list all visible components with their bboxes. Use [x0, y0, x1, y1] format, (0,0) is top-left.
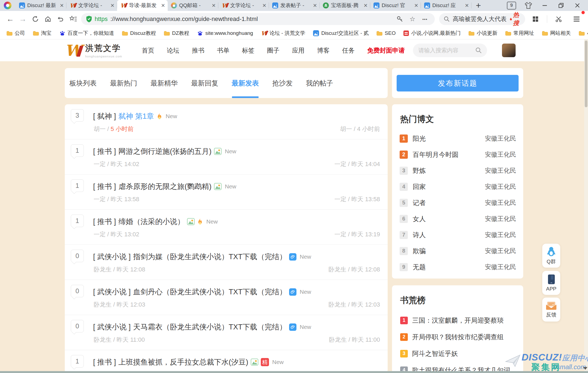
- tab-close-icon[interactable]: ×: [464, 2, 470, 9]
- hot-blog-item[interactable]: 1阳光安徽王化民: [392, 130, 523, 146]
- minimize-button[interactable]: [541, 1, 549, 10]
- thread-author-time[interactable]: 胡一 / 5 小时前: [94, 125, 134, 133]
- hot-blog-item[interactable]: 3野炼安徽王化民: [392, 163, 523, 179]
- password-key-icon[interactable]: [395, 16, 405, 23]
- site-nav-item[interactable]: 首页: [142, 46, 154, 55]
- thread-category[interactable]: [ 推书 ]: [93, 357, 116, 367]
- search-icon[interactable]: [475, 47, 482, 54]
- apps-grid-icon[interactable]: [529, 13, 542, 26]
- hot-blog-item[interactable]: 7诗人安徽王化民: [392, 227, 523, 243]
- bookmark-item[interactable]: 小说相关: [579, 30, 588, 37]
- forum-tab[interactable]: 我的帖子: [306, 68, 333, 98]
- thread-title-link[interactable]: 天马霜衣（卧龙生武侠小说）TXT下载（完结）: [133, 322, 287, 332]
- blog-author[interactable]: 安徽王化民: [485, 182, 516, 191]
- bookmark-item[interactable]: 小说更新: [468, 30, 497, 37]
- site-nav-item[interactable]: 推书: [192, 46, 204, 55]
- thread-title-link[interactable]: 虐杀原形的无限之旅(鹦鹉精): [118, 182, 212, 191]
- bookmark-item[interactable]: W论坛 - 洪荒文学: [261, 30, 305, 37]
- site-nav-item[interactable]: 书单: [217, 46, 229, 55]
- thread-author-time[interactable]: 卧龙生 / 昨天 12:08: [94, 265, 145, 274]
- browser-tab[interactable]: QQ邮箱 -×: [168, 0, 218, 11]
- site-nav-item[interactable]: 博客: [317, 46, 330, 55]
- thread-title-link[interactable]: 缔婚（法采的小说）: [118, 217, 185, 227]
- thread-title-link[interactable]: 上班摸鱼被抓，反手拉女总裁下水(汐豆): [118, 357, 248, 367]
- hot-search-tag[interactable]: 热搜: [509, 11, 521, 27]
- bookmark-item[interactable]: 淘宝: [33, 30, 51, 37]
- blog-author[interactable]: 安徽王化民: [485, 215, 516, 223]
- float-feedback-button[interactable]: 反馈: [542, 298, 560, 322]
- undo-icon[interactable]: [54, 13, 67, 26]
- thread-category[interactable]: [ 推书 ]: [93, 146, 116, 156]
- browser-tab[interactable]: W导读-最新发×: [117, 0, 168, 11]
- site-nav-item[interactable]: 论坛: [167, 46, 179, 55]
- blog-author[interactable]: 安徽王化民: [485, 198, 516, 207]
- site-logo[interactable]: W 洪荒文学 honghuangwenxue.com: [65, 43, 122, 58]
- bookmark-item[interactable]: 网站相关: [542, 30, 571, 37]
- thread-category[interactable]: [ 推书 ]: [93, 182, 116, 191]
- tab-close-icon[interactable]: ×: [363, 2, 369, 9]
- bookmark-item[interactable]: Discuz!交流社区 - 贰: [313, 30, 369, 37]
- book-ranking-item[interactable]: 1三国：汉室麒麟，开局迎娶蔡琰: [392, 312, 523, 329]
- bookmark-item[interactable]: site:www.honghuang: [197, 30, 253, 36]
- thread-author-time[interactable]: 一定 / 昨天 13:58: [94, 195, 139, 203]
- book-ranking-item[interactable]: 3阿斗之智近乎妖: [392, 345, 523, 362]
- new-topic-button[interactable]: 发布新话题: [397, 75, 519, 91]
- thread-lastreply-time[interactable]: 卧龙生 / 昨天 12:08: [328, 265, 380, 274]
- float-app-button[interactable]: APP: [542, 271, 560, 295]
- bookmark-item[interactable]: 公司: [7, 30, 25, 37]
- bookmark-item[interactable]: 小说,小说网,最新热门: [403, 30, 461, 37]
- browser-tab[interactable]: W文学论坛 -×: [66, 0, 117, 11]
- browser-tab[interactable]: Discuz! 应×: [421, 0, 471, 11]
- scissors-icon[interactable]: [552, 13, 565, 26]
- tab-close-icon[interactable]: ×: [160, 2, 166, 9]
- forum-tab[interactable]: 最新热门: [110, 68, 137, 98]
- hot-blog-item[interactable]: 5记者安徽王化民: [392, 195, 523, 211]
- browser-tab[interactable]: Discuz! 最新×: [16, 0, 66, 11]
- more-dots-icon[interactable]: •••: [420, 17, 430, 22]
- thread-lastreply-time[interactable]: 胡一 / 4 小时前: [340, 125, 380, 133]
- browser-tab[interactable]: W文学论坛 -×: [218, 0, 269, 11]
- user-avatar[interactable]: [502, 44, 516, 57]
- home-icon[interactable]: [42, 13, 54, 26]
- url-field[interactable]: https ://www.honghuangwenxue.com/guide-n…: [81, 13, 435, 25]
- bookmark-item[interactable]: SEO: [376, 30, 396, 36]
- blog-author[interactable]: 安徽王化民: [485, 231, 516, 239]
- thread-author-time[interactable]: 卧龙生 / 昨天 11:00: [94, 336, 145, 344]
- back-icon[interactable]: ←: [4, 13, 16, 26]
- thread-title-link[interactable]: 网游之倒行逆施(张扬的五月): [118, 146, 212, 156]
- thread-lastreply-time[interactable]: 一定 / 昨天 13:19: [334, 230, 380, 239]
- site-search-input[interactable]: [418, 47, 473, 54]
- site-nav-item[interactable]: 标签: [242, 46, 255, 55]
- blog-author[interactable]: 安徽王化民: [485, 150, 516, 159]
- book-ranking-item[interactable]: 2开局停职？我转投市纪委调查组: [392, 329, 523, 345]
- thread-category[interactable]: [ 武侠小说 ]: [93, 252, 131, 262]
- browser-tab[interactable]: 发表帖子 -×: [269, 0, 320, 11]
- thread-category[interactable]: [ 武侠小说 ]: [93, 287, 131, 297]
- hot-search-text[interactable]: 高瑜被罢免人大代表: [453, 15, 507, 23]
- nav-item-free-cover[interactable]: 免费封面申请: [367, 46, 405, 55]
- bookmark-item[interactable]: DZ教程: [164, 30, 189, 37]
- tab-count-badge[interactable]: 9: [507, 2, 516, 10]
- forward-icon[interactable]: →: [16, 13, 29, 26]
- bookmark-star-icon[interactable]: ☆: [408, 15, 417, 23]
- thread-category[interactable]: [ 推书 ]: [93, 217, 116, 227]
- forum-tab[interactable]: 最新发表: [232, 68, 259, 98]
- bookmark-item[interactable]: Discuz教程: [122, 30, 156, 37]
- restore-button[interactable]: [557, 1, 565, 10]
- tab-close-icon[interactable]: ×: [312, 2, 318, 9]
- scrollbar-thumb[interactable]: [585, 41, 587, 107]
- blog-author[interactable]: 安徽王化民: [485, 166, 516, 175]
- tab-close-icon[interactable]: ×: [109, 2, 115, 9]
- site-nav-item[interactable]: 圈子: [267, 46, 280, 55]
- thread-category[interactable]: [ 武侠小说 ]: [93, 322, 131, 332]
- bookmark-item[interactable]: 百度一下，你就知道: [59, 30, 114, 37]
- forum-tab[interactable]: 最新回复: [191, 68, 218, 98]
- tab-close-icon[interactable]: ×: [261, 2, 267, 9]
- site-nav-item[interactable]: 应用: [292, 46, 305, 55]
- browser-tab[interactable]: Discuz! 官×: [370, 0, 421, 11]
- menu-hamburger-icon[interactable]: [570, 13, 583, 26]
- tab-close-icon[interactable]: ×: [59, 2, 65, 9]
- thread-author-time[interactable]: 一定 / 昨天 13:02: [94, 230, 139, 239]
- thread-lastreply-time[interactable]: 一定 / 昨天 14:04: [334, 160, 380, 168]
- tab-close-icon[interactable]: ×: [413, 2, 419, 9]
